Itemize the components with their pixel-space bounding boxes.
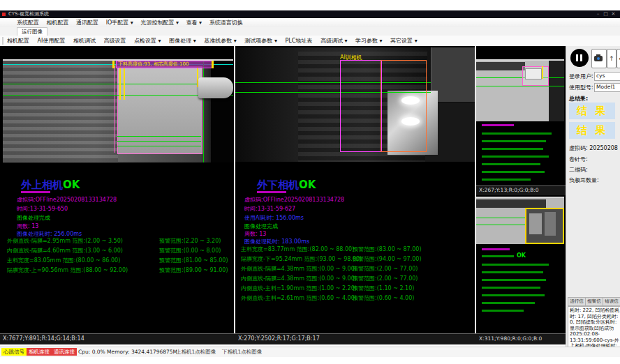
menu-item-system-config[interactable]: 系统配置 (17, 18, 39, 27)
maximize-button[interactable]: □ (602, 10, 610, 18)
small-top-camera-image[interactable] (476, 59, 564, 121)
middle-camera-image[interactable]: AI训相机 (235, 47, 475, 162)
snapshot-button[interactable] (591, 49, 607, 68)
toolbar-learn-params[interactable]: 学习参数 ▾ (355, 36, 383, 46)
mes-text-line (21, 191, 50, 193)
log-text-line (482, 294, 545, 296)
detected-part (525, 68, 542, 79)
measurement-row: 隔膜宽度-下=95.24mm 范围:(93.00 ~ 98.00)预警范围:(9… (241, 255, 473, 263)
middle-result-ok: OK (299, 179, 316, 191)
lower-camera-spotcheck-link[interactable]: 下相机1点检图像 (222, 348, 262, 356)
toolbar-camera-config[interactable]: 相机配置 (7, 36, 29, 46)
measurement-row: 隔膜宽度-上=90.56mm 范围:(88.00 ~ 92.00)预警范围:(8… (7, 266, 234, 274)
measurement-row: 主料宽度=83.77mm 范围:(82.00 ~ 88.00)预警范围:(83.… (241, 245, 473, 253)
minimize-button[interactable]: – (594, 10, 602, 18)
green-measure-line (117, 141, 201, 142)
measurement-value: 内侧直线-主料=1.90mm 范围:(1.00 ~ 2.20) (241, 285, 357, 291)
measurement-value: 隔膜宽度-上=90.56mm 范围:(88.00 ~ 92.00) (7, 267, 128, 273)
middle-camera-title: 外下相机OK (257, 179, 316, 192)
warn-range: 预警范围:(94.00 ~ 97.00) (353, 255, 422, 263)
left-camera-image[interactable]: 下料高度值:93, 相芯高度值:100 (3, 59, 233, 162)
pause-icon (580, 54, 582, 61)
dark-region (211, 61, 233, 162)
pause-icon (576, 54, 578, 61)
measurement-value: 外侧直线-隔膜=2.95mm 范围:(2.00 ~ 3.50) (7, 238, 123, 244)
toolbar-grip (2, 37, 3, 45)
height-overlay-label: 下料高度值:93, 相芯高度值:100 (116, 61, 214, 68)
tab-count-label: 负极耳数量: (569, 176, 599, 184)
menu-item-comm-config[interactable]: 通讯配置 (76, 18, 98, 27)
warn-range: 预警范围:(81.00 ~ 85.00) (159, 257, 228, 264)
orange-roi-outline (381, 60, 427, 152)
warn-range: 预警范围:(89.00 ~ 91.00) (159, 266, 228, 274)
measurement-value: 主料宽度=83.77mm 范围:(82.00 ~ 88.00) (241, 246, 354, 252)
result-box-upper: 结 果 (569, 103, 615, 119)
log-text-line (482, 264, 549, 266)
measurement-value: 内侧直线-隔膜=4.38mm 范围:(0.00 ~ 9.00) (241, 275, 357, 282)
warn-range: 预警范围:(0.60 ~ 4.00) (353, 294, 414, 302)
camera-top-icon (596, 54, 600, 56)
toolbar-image-processing[interactable]: 图像处理 ▾ (169, 36, 196, 46)
magenta-roi-outline (340, 60, 382, 152)
toolbar-test-params[interactable]: 测试项参数 ▾ (244, 36, 277, 46)
control-panel: ↑ ← 登录用户: cys 使用型号: Model1 总结果: 结 果 结 果 … (566, 46, 620, 347)
warn-range: 预警范围:(2.20 ~ 3.20) (159, 237, 221, 245)
toolbar-spotcheck-settings[interactable]: 点检设置 ▾ (134, 36, 161, 46)
tab-error-info[interactable]: 错误信息 (603, 297, 620, 306)
toolbar-plc-address[interactable]: PLC地址表 (285, 36, 312, 46)
log-text-line (482, 255, 514, 257)
menu-item-language-switch[interactable]: 系统语言切换 (209, 18, 243, 27)
detected-part (529, 213, 542, 234)
toolbar-advanced-debug[interactable]: 高级调试 ▾ (320, 36, 348, 46)
exit-button[interactable]: ← (617, 49, 620, 68)
measurement-row: 内侧直线-隔膜=4.38mm 范围:(0.00 ~ 9.00)预警范围:(2.0… (241, 275, 473, 282)
tab-alarm-info[interactable]: 报警信息 (585, 297, 603, 306)
heartbeat-indicator: 心跳信号 (1, 348, 27, 356)
toolbar-ai-config[interactable]: AI使用配置 (38, 36, 66, 46)
toolbar-advanced-settings[interactable]: 高级设置 (103, 36, 126, 46)
upper-camera-spotcheck-link[interactable]: 上相机1点检图像 (176, 348, 216, 356)
left-result-ok: OK (63, 179, 80, 191)
green-scan-line (476, 225, 525, 225)
log-text-line (482, 163, 540, 165)
menu-item-view[interactable]: 查看 ▾ (186, 18, 202, 27)
green-measure-line (117, 146, 201, 146)
small-bottom-camera-image[interactable] (476, 197, 564, 244)
upload-button[interactable]: ↑ (607, 49, 617, 68)
left-camera-title: 外上相机OK (21, 179, 80, 192)
pause-button[interactable] (570, 49, 589, 67)
toolbar-other-settings[interactable]: 其它设置 ▾ (390, 36, 418, 46)
log-text-line (482, 271, 543, 273)
login-user-field[interactable]: cys (594, 72, 620, 81)
log-text-line (482, 279, 546, 281)
total-result-label: 总结果: (569, 95, 588, 103)
left-process-done: 图像处理完成 (17, 214, 50, 222)
measurement-row: 外侧直线-主料=2.61mm 范围:(0.60 ~ 4.00)预警范围:(0.6… (241, 294, 473, 302)
model-field[interactable]: Model1 (594, 83, 620, 92)
green-edge-line (203, 61, 204, 162)
dark-band (476, 199, 546, 208)
close-button[interactable]: ✕ (610, 10, 617, 18)
toolbar-camera-debug[interactable]: 相机调试 (73, 36, 96, 46)
green-scan-line (476, 86, 564, 86)
log-text-line (482, 124, 514, 126)
measurement-value: 主料宽度=83.05mm 范围:(80.00 ~ 86.00) (7, 257, 120, 264)
arrow-up-icon: ↑ (609, 55, 614, 62)
virtual-code-label: 虚拟码: 20250208 (569, 144, 618, 152)
middle-process-done: 图像处理完成 (244, 222, 278, 230)
small-bottom-coordinate-readout: X:311;Y:980;R:0;G:0;B:0 (476, 333, 567, 344)
menu-item-camera-config[interactable]: 相机配置 (47, 18, 69, 27)
warn-range: 预警范围:(2.00 ~ 77.00) (353, 275, 418, 282)
measurement-value: 隔膜宽度-下=95.24mm 范围:(93.00 ~ 98.00) (241, 256, 362, 262)
yellow-marker (212, 61, 214, 68)
menu-item-light-config[interactable]: 光源控制配置 ▾ (140, 18, 179, 27)
measurement-row: 主料宽度=83.05mm 范围:(80.00 ~ 86.00)预警范围:(81.… (7, 257, 234, 264)
toolbar-baseline-params[interactable]: 基准线参数 ▾ (204, 36, 237, 46)
cpu-memory-readout: Cpu: 0.0% Memory: 3424.41796875M (78, 348, 177, 356)
menu-item-io-config[interactable]: IO手配置 ▾ (106, 18, 133, 27)
dark-band (476, 62, 525, 70)
measurement-value: 外侧直线-隔膜=4.38mm 范围:(0.00 ~ 9.00) (241, 266, 357, 272)
tab-run-info[interactable]: 运行信息 (568, 297, 586, 306)
green-scan-line (476, 218, 525, 218)
log-text-line (482, 310, 524, 312)
